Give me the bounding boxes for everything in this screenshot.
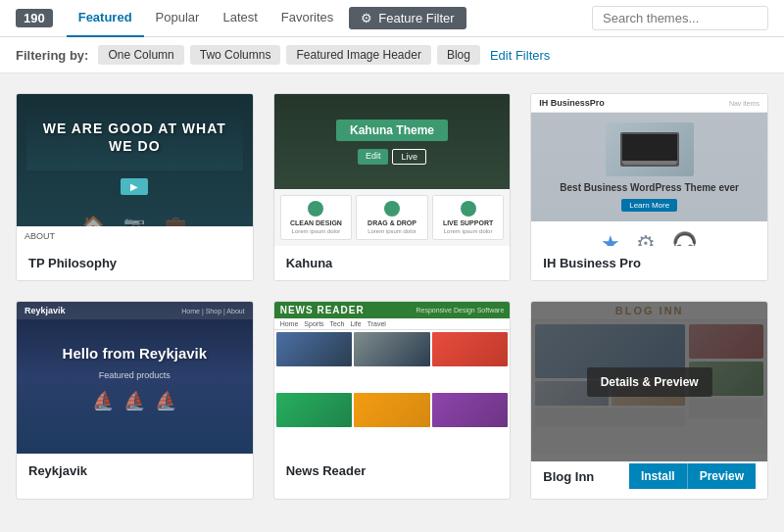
filter-tag-two-columns[interactable]: Two Columns (190, 45, 281, 65)
theme-name-news-reader: News Reader (286, 463, 367, 478)
filter-label: Filtering by: (16, 48, 88, 63)
tab-popular[interactable]: Popular (144, 0, 212, 37)
theme-info-ih: IH Business Pro (531, 246, 767, 280)
theme-name-reykjavik: Reykjavik (28, 463, 87, 478)
theme-card-blog-inn[interactable]: BLOG INN (530, 301, 768, 500)
theme-grid: WE ARE GOOD AT WHAT WE DO ▶ 🏠📷💼 ABOUT De… (0, 73, 784, 519)
theme-info-tp: TP Philosophy (17, 246, 253, 280)
filter-tag-one-column[interactable]: One Column (98, 45, 183, 65)
install-button[interactable]: Install (629, 463, 687, 489)
theme-action-buttons: Install Preview (629, 463, 756, 489)
search-box (592, 6, 768, 30)
tab-featured[interactable]: Featured (67, 0, 144, 37)
tab-latest[interactable]: Latest (211, 0, 269, 37)
filter-bar: Filtering by: One Column Two Columns Fea… (0, 37, 784, 73)
theme-card-kahuna[interactable]: Kahuna Theme Edit Live CLEAN DESIGN Lore… (273, 93, 512, 281)
theme-card-news-reader[interactable]: NEWS READER Responsive Design Software H… (273, 301, 512, 500)
theme-card-tp-philosophy[interactable]: WE ARE GOOD AT WHAT WE DO ▶ 🏠📷💼 ABOUT De… (16, 93, 254, 281)
edit-filters-link[interactable]: Edit Filters (490, 48, 550, 63)
filter-tag-blog[interactable]: Blog (437, 45, 480, 65)
feature-filter-button[interactable]: ⚙ Feature Filter (349, 7, 466, 29)
theme-name-blog-inn: Blog Inn (543, 469, 594, 484)
preview-button[interactable]: Preview (687, 463, 756, 489)
gear-icon: ⚙ (361, 11, 372, 25)
theme-card-ih-business-pro[interactable]: IH BusinessPro Nav items Best Business W… (530, 93, 768, 281)
bloginn-details-overlay: Details & Preview (531, 302, 767, 461)
search-input[interactable] (592, 6, 768, 30)
theme-name-kahuna: Kahuna (286, 256, 333, 270)
filter-tag-featured-image[interactable]: Featured Image Header (286, 45, 430, 65)
bloginn-details-text: Details & Preview (587, 367, 712, 397)
top-nav: 190 Featured Popular Latest Favorites ⚙ … (0, 0, 784, 37)
theme-info-kahuna: Kahuna (274, 246, 511, 280)
theme-name-ih: IH Business Pro (543, 256, 641, 270)
theme-card-reykjavik[interactable]: Reykjavik Home | Shop | About Hello from… (16, 301, 254, 500)
theme-count: 190 (16, 9, 53, 27)
tab-favorites[interactable]: Favorites (270, 0, 345, 37)
theme-name-tp: TP Philosophy (28, 256, 117, 270)
